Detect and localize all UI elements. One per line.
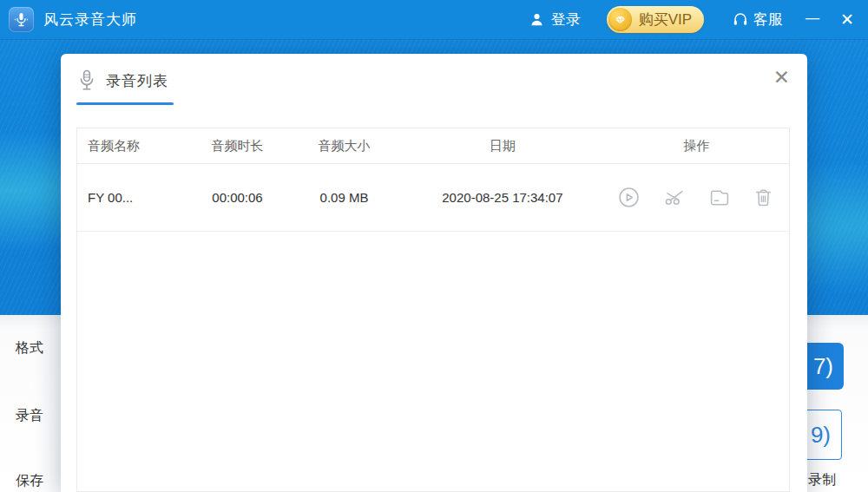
header-audio-duration: 音频时长 <box>187 138 287 154</box>
modal-title-underline <box>76 102 174 105</box>
format-label: 格式 <box>16 339 43 358</box>
window-minimize-button[interactable]: — <box>806 11 819 25</box>
table-header-row: 音频名称 音频时长 音频大小 日期 操作 <box>77 128 789 164</box>
save-label: 保存 <box>16 472 43 490</box>
row-date: 2020-08-25 17:34:07 <box>401 190 604 205</box>
open-folder-button[interactable] <box>707 187 730 209</box>
header-audio-name: 音频名称 <box>77 138 187 154</box>
play-button[interactable] <box>618 187 641 209</box>
recording-label: 录音 <box>16 407 43 425</box>
cut-button[interactable] <box>662 187 685 209</box>
buy-vip-button[interactable]: 购买VIP <box>607 6 704 33</box>
vip-badge <box>608 8 632 31</box>
microphone-icon <box>76 69 97 92</box>
play-icon <box>618 187 640 208</box>
row-actions <box>604 187 789 209</box>
folder-icon <box>708 187 730 208</box>
app-logo <box>9 7 34 32</box>
login-label: 登录 <box>551 10 581 30</box>
customer-service-label: 客服 <box>753 10 783 30</box>
app-title: 风云录音大师 <box>43 10 137 30</box>
table-row: FY 00... 00:00:06 0.09 MB 2020-08-25 17:… <box>77 164 789 232</box>
buy-vip-label: 购买VIP <box>639 10 692 30</box>
delete-button[interactable] <box>753 187 775 209</box>
header-date: 日期 <box>401 138 604 154</box>
titlebar-actions: 登录 购买VIP 客服 — ✕ <box>529 6 868 33</box>
delete-icon <box>753 187 774 208</box>
login-button[interactable]: 登录 <box>529 10 581 30</box>
window-close-button[interactable]: ✕ <box>840 11 854 28</box>
user-icon <box>529 11 545 28</box>
diamond-icon <box>614 13 627 26</box>
modal-close-button[interactable]: ✕ <box>773 68 790 88</box>
recording-list-modal: 录音列表 ✕ 音频名称 音频时长 音频大小 日期 操作 FY 00... 00:… <box>61 54 807 492</box>
recordings-table: 音频名称 音频时长 音频大小 日期 操作 FY 00... 00:00:06 0… <box>76 128 790 492</box>
modal-title: 录音列表 <box>106 71 168 91</box>
header-audio-size: 音频大小 <box>287 138 401 154</box>
headset-icon <box>732 11 749 29</box>
row-audio-size: 0.09 MB <box>287 190 401 205</box>
microphone-icon <box>13 11 30 28</box>
titlebar: 风云录音大师 登录 购买VIP <box>0 0 868 39</box>
record-text: 录制 <box>808 471 836 489</box>
cut-icon <box>663 187 685 208</box>
row-audio-duration: 00:00:06 <box>187 190 287 205</box>
modal-header: 录音列表 <box>76 69 168 92</box>
header-operations: 操作 <box>604 138 789 154</box>
row-audio-name: FY 00... <box>77 190 187 205</box>
customer-service-button[interactable]: 客服 <box>732 10 783 30</box>
